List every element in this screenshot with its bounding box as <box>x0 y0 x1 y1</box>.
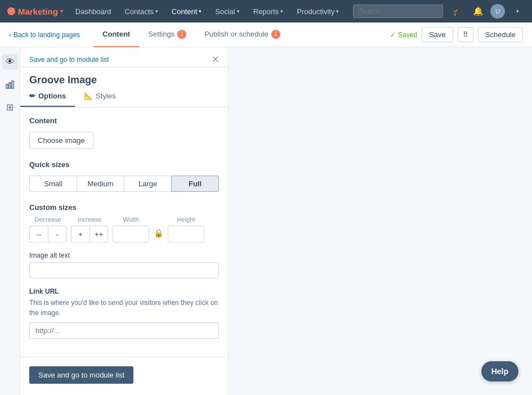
canvas-area <box>229 47 532 395</box>
nav-contacts[interactable]: Contacts ▾ <box>119 5 163 18</box>
alt-text-label: Image alt text <box>29 252 219 259</box>
panel-tabs: ✏ Options 📐 Styles <box>20 86 228 107</box>
increase-group: Increase + ++ <box>71 216 108 243</box>
link-url-input[interactable] <box>29 322 219 339</box>
saved-status: ✓ Saved <box>390 31 417 39</box>
decrease-buttons: -- - <box>29 226 66 243</box>
size-medium-button[interactable]: Medium <box>77 176 124 192</box>
increase-double-button[interactable]: ++ <box>90 226 108 243</box>
increase-buttons: + ++ <box>71 226 108 243</box>
nav-content[interactable]: Content ▾ <box>166 5 208 18</box>
top-nav: Marketing ▾ Dashboard Contacts ▾ Content… <box>0 0 532 23</box>
save-button[interactable]: Save <box>422 27 453 42</box>
decrease-single-button[interactable]: - <box>48 226 66 243</box>
size-large-button[interactable]: Large <box>124 176 171 192</box>
alt-text-group: Image alt text <box>29 252 219 279</box>
panel-header-bar: Save and go to module list ✕ <box>20 47 228 68</box>
brand-chevron: ▾ <box>60 8 63 14</box>
quick-sizes-row: Small Medium Large Full <box>29 176 219 192</box>
nav-reports[interactable]: Reports ▾ <box>248 5 289 18</box>
custom-controls: Decrease -- - Increase + ++ <box>29 216 219 243</box>
search-input[interactable] <box>353 5 443 18</box>
publish-badge: 1 <box>271 30 280 39</box>
panel-close-button[interactable]: ✕ <box>212 54 219 65</box>
link-url-section: Link URL This is where you'd like to sen… <box>29 288 219 339</box>
bell-icon[interactable]: 🔔 <box>470 3 486 19</box>
content-section-label: Content <box>29 116 219 125</box>
panel-footer: Save and go to module list <box>20 357 228 393</box>
tab-options[interactable]: ✏ Options <box>20 86 75 107</box>
custom-sizes-label: Custom sizes <box>29 203 219 212</box>
save-module-button[interactable]: Save and go to module list <box>29 366 133 384</box>
height-input[interactable] <box>168 226 204 243</box>
width-input[interactable] <box>113 226 149 243</box>
increase-single-button[interactable]: + <box>71 226 90 243</box>
panel-save-link[interactable]: Save and go to module list <box>29 56 109 64</box>
avatar-chevron[interactable]: ▾ <box>509 3 525 19</box>
size-small-button[interactable]: Small <box>29 176 77 192</box>
size-full-button[interactable]: Full <box>171 176 219 192</box>
tab-content[interactable]: Content <box>93 23 139 47</box>
sidebar-modules-icon[interactable]: ⊞ <box>2 99 18 115</box>
graduation-cap-icon[interactable]: 🎓 <box>450 3 466 19</box>
settings-badge: 1 <box>177 30 186 39</box>
schedule-button[interactable]: Schedule <box>478 27 523 42</box>
main-layout: 👁 ⊞ Save and go to module list ✕ Groove … <box>0 47 532 395</box>
panel-title: Groove Image <box>20 68 228 86</box>
help-button[interactable]: Help <box>481 361 518 381</box>
decrease-group: Decrease -- - <box>29 216 66 243</box>
panel: Save and go to module list ✕ Groove Imag… <box>20 47 229 395</box>
sidebar-icons: 👁 ⊞ <box>0 47 20 395</box>
width-group: Width <box>113 216 149 243</box>
choose-image-button[interactable]: Choose image <box>29 132 93 149</box>
svg-point-0 <box>7 7 15 15</box>
nav-productivity[interactable]: Productivity ▾ <box>291 5 345 18</box>
sub-nav-tabs: Content Settings 1 Publish or schedule 1 <box>93 23 289 47</box>
nav-brand[interactable]: Marketing ▾ <box>7 7 63 16</box>
quick-sizes-label: Quick sizes <box>29 160 219 169</box>
view-toggle-button[interactable]: ⠿ <box>458 27 473 42</box>
nav-social[interactable]: Social ▾ <box>209 5 245 18</box>
tab-publish[interactable]: Publish or schedule 1 <box>195 23 289 47</box>
nav-dashboard[interactable]: Dashboard <box>70 5 117 18</box>
svg-rect-2 <box>9 83 11 88</box>
lock-icon: 🔒 <box>154 228 163 237</box>
link-url-desc: This is where you'd like to send your vi… <box>29 298 219 318</box>
avatar[interactable]: U <box>490 4 505 19</box>
tab-settings[interactable]: Settings 1 <box>139 23 195 47</box>
sidebar-eye-icon[interactable]: 👁 <box>2 54 18 70</box>
sub-nav: ‹ Back to landing pages Content Settings… <box>0 23 532 47</box>
link-url-label: Link URL <box>29 288 219 295</box>
alt-text-input[interactable] <box>29 262 219 279</box>
brand-label: Marketing <box>18 7 58 16</box>
svg-rect-1 <box>6 84 8 88</box>
back-link[interactable]: ‹ Back to landing pages <box>9 31 80 39</box>
svg-rect-3 <box>12 81 14 88</box>
height-group: Height <box>168 216 204 243</box>
sidebar-chart-icon[interactable] <box>2 77 18 92</box>
decrease-double-button[interactable]: -- <box>29 226 48 243</box>
custom-sizes-section: Custom sizes Decrease -- - Increase + + <box>29 203 219 243</box>
tab-styles[interactable]: 📐 Styles <box>75 86 124 107</box>
sub-nav-right: ✓ Saved Save ⠿ Schedule <box>390 27 523 42</box>
panel-content: Content Choose image Quick sizes Small M… <box>20 107 228 357</box>
